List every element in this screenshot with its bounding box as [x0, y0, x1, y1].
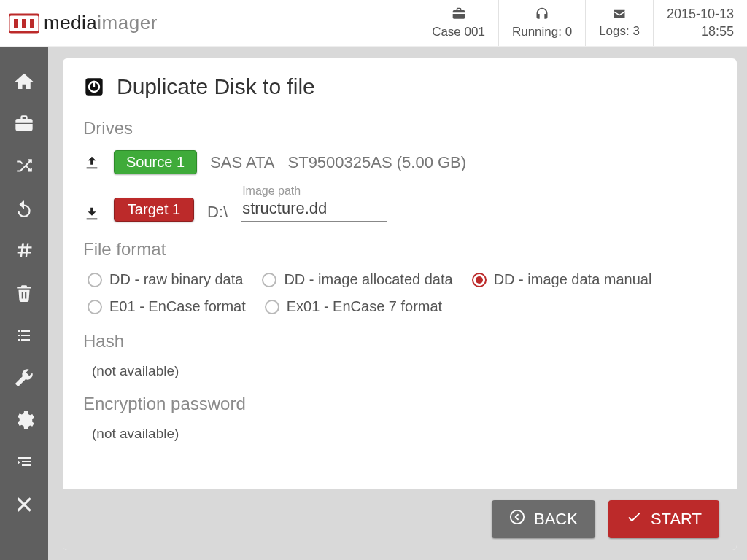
target-badge[interactable]: Target 1	[114, 198, 194, 222]
close-icon	[15, 495, 34, 514]
radio-icon	[88, 300, 102, 314]
target-drive-row: Target 1 D:\ Image path	[83, 184, 712, 222]
action-bar: BACK START	[63, 489, 737, 550]
source-drive-row: Source 1 SAS ATA ST9500325AS (5.00 GB)	[83, 150, 712, 174]
image-path-label: Image path	[242, 184, 387, 198]
radio-icon	[265, 300, 279, 314]
page-title-row: Duplicate Disk to file	[83, 74, 712, 99]
shuffle-icon	[13, 157, 35, 176]
header-time-value: 18:55	[701, 23, 734, 40]
image-path-input[interactable]	[241, 198, 387, 222]
sidebar-settings[interactable]	[7, 405, 41, 435]
indent-icon	[14, 454, 34, 471]
file-format-option-label: E01 - EnCase format	[109, 298, 246, 315]
check-icon	[626, 509, 642, 529]
headphones-icon	[534, 7, 550, 23]
header-datetime: 2015-10-13 18:55	[653, 0, 738, 46]
power-icon	[83, 76, 105, 98]
sidebar-case[interactable]	[7, 109, 41, 139]
wrench-icon	[14, 368, 34, 388]
briefcase-icon	[451, 7, 467, 23]
home-icon	[13, 71, 35, 93]
gear-icon	[13, 409, 35, 431]
sidebar-erase[interactable]	[7, 279, 41, 308]
page-title: Duplicate Disk to file	[117, 74, 315, 99]
sidebar-indent[interactable]	[7, 448, 41, 477]
image-path-field: Image path	[241, 184, 387, 222]
download-icon	[83, 206, 101, 222]
main-area: Duplicate Disk to file Drives Source 1 S…	[48, 47, 747, 560]
back-button[interactable]: BACK	[492, 500, 595, 538]
radio-icon	[472, 273, 487, 287]
file-format-option[interactable]: E01 - EnCase format	[88, 298, 246, 315]
app-logo: mediaimager	[9, 12, 158, 34]
file-format-option-label: Ex01 - EnCase 7 format	[287, 298, 442, 315]
file-format-heading: File format	[83, 239, 712, 260]
upload-icon	[83, 155, 101, 171]
svg-point-7	[511, 510, 524, 524]
source-bus: SAS ATA	[210, 153, 274, 172]
back-arrow-icon	[509, 509, 525, 529]
sidebar-home[interactable]	[7, 67, 41, 96]
svg-rect-6	[93, 81, 95, 87]
file-format-option[interactable]: DD - image data manual	[472, 271, 652, 288]
sidebar-close[interactable]	[7, 490, 41, 519]
svg-rect-1	[14, 19, 18, 28]
briefcase-icon	[13, 114, 35, 134]
header-logs[interactable]: Logs: 3	[585, 0, 653, 46]
sidebar-shuffle[interactable]	[7, 152, 41, 181]
file-format-option[interactable]: DD - image allocated data	[262, 271, 452, 288]
trash-icon	[15, 282, 34, 304]
content-card: Duplicate Disk to file Drives Source 1 S…	[63, 58, 737, 550]
hash-heading: Hash	[83, 331, 712, 351]
drives-heading: Drives	[83, 118, 712, 139]
header-running[interactable]: Running: 0	[498, 0, 585, 46]
file-format-options: DD - raw binary dataDD - image allocated…	[88, 271, 712, 315]
radio-icon	[88, 273, 102, 287]
target-path: D:\	[207, 203, 228, 222]
header-case[interactable]: Case 001	[419, 0, 498, 46]
app-header: mediaimager Case 001 Running: 0 Logs: 3 …	[0, 0, 747, 47]
file-format-option[interactable]: Ex01 - EnCase 7 format	[265, 298, 442, 315]
content-scroll[interactable]: Duplicate Disk to file Drives Source 1 S…	[63, 58, 737, 489]
file-format-option-label: DD - raw binary data	[109, 271, 243, 288]
start-button-label: START	[651, 510, 702, 529]
sidebar-list[interactable]	[7, 321, 41, 350]
logo-text: mediaimager	[44, 12, 158, 34]
sidebar-tools[interactable]	[7, 363, 41, 392]
logo-icon	[9, 12, 39, 34]
hash-value: (not available)	[92, 363, 712, 379]
back-button-label: BACK	[534, 510, 578, 529]
radio-icon	[262, 273, 276, 287]
hash-icon	[14, 241, 34, 261]
list-icon	[14, 327, 34, 344]
undo-icon	[13, 199, 35, 218]
file-format-option[interactable]: DD - raw binary data	[88, 271, 243, 288]
sidebar-undo[interactable]	[7, 194, 41, 223]
header-date: 2015-10-13	[667, 6, 734, 23]
sidebar	[0, 47, 48, 560]
encryption-value: (not available)	[92, 426, 712, 442]
file-format-option-label: DD - image allocated data	[284, 271, 452, 288]
file-format-option-label: DD - image data manual	[494, 271, 652, 288]
svg-rect-3	[30, 19, 34, 28]
source-model: ST9500325AS (5.00 GB)	[288, 153, 467, 172]
encryption-heading: Encryption password	[83, 394, 712, 414]
svg-rect-2	[22, 19, 26, 28]
start-button[interactable]: START	[608, 500, 719, 538]
sidebar-hash[interactable]	[7, 236, 41, 265]
source-badge[interactable]: Source 1	[114, 150, 197, 174]
header-status-group: Case 001 Running: 0 Logs: 3 2015-10-13 1…	[419, 0, 738, 46]
mail-icon	[611, 7, 627, 23]
